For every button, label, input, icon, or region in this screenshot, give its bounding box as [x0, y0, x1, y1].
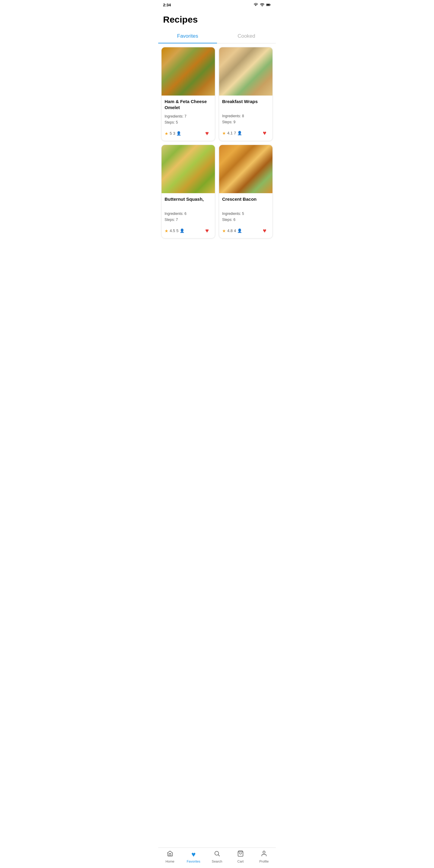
- recipe-image-4: [219, 145, 273, 193]
- steps-label-3: Steps:: [164, 218, 175, 222]
- recipe-card-2[interactable]: Breakfast Wraps Ingredients: 8 Steps: 9 …: [219, 47, 273, 141]
- review-count-3: 5: [176, 228, 179, 233]
- steps-label-4: Steps:: [222, 218, 232, 222]
- person-icon-2: 👤: [237, 131, 242, 135]
- rating-value-1: 5: [170, 131, 172, 135]
- recipe-title-2: Breakfast Wraps: [222, 98, 270, 110]
- star-icon-3: ★: [164, 228, 168, 233]
- recipe-card-3[interactable]: Butternut Squash, Ingredients: 6 Steps: …: [161, 145, 215, 239]
- recipe-footer-1: ★ 5 3 👤 ♥: [164, 129, 212, 138]
- status-icons: [253, 2, 271, 7]
- tabs-container: Favorites Cooked: [158, 30, 276, 43]
- person-icon-4: 👤: [237, 228, 242, 233]
- tab-cooked[interactable]: Cooked: [217, 30, 276, 43]
- status-bar: 2:34: [158, 0, 276, 8]
- recipe-rating-2: ★ 4.1 7 👤: [222, 131, 242, 135]
- rating-value-4: 4.8: [227, 228, 233, 233]
- star-icon-2: ★: [222, 131, 226, 135]
- steps-label-2: Steps:: [222, 120, 232, 124]
- person-icon-3: 👤: [180, 228, 184, 233]
- page-title: Recipes: [158, 8, 276, 30]
- recipe-title-1: Ham & Feta Cheese Omelet: [164, 98, 212, 110]
- recipe-rating-1: ★ 5 3 👤: [164, 131, 181, 136]
- recipe-image-2: [219, 47, 273, 96]
- recipe-title-3: Butternut Squash,: [164, 196, 212, 208]
- recipe-meta-4: Ingredients: 5 Steps: 6: [222, 211, 270, 223]
- recipe-meta-2: Ingredients: 8 Steps: 9: [222, 113, 270, 125]
- recipe-info-1: Ham & Feta Cheese Omelet Ingredients: 7 …: [161, 96, 215, 141]
- recipe-info-3: Butternut Squash, Ingredients: 6 Steps: …: [161, 193, 215, 238]
- recipe-image-3: [161, 145, 215, 193]
- recipe-rating-4: ★ 4.8 4 👤: [222, 228, 242, 233]
- recipe-image-1: [161, 47, 215, 96]
- favorite-button-2[interactable]: ♥: [260, 128, 270, 138]
- recipe-footer-4: ★ 4.8 4 👤 ♥: [222, 226, 270, 236]
- ingredients-label-2: Ingredients:: [222, 114, 241, 118]
- review-count-2: 7: [234, 131, 236, 135]
- rating-value-2: 4.1: [227, 131, 233, 135]
- person-icon-1: 👤: [176, 131, 181, 135]
- recipe-info-4: Crescent Bacon Ingredients: 5 Steps: 6 ★…: [219, 193, 273, 238]
- favorite-button-4[interactable]: ♥: [260, 226, 270, 236]
- ingredients-label-3: Ingredients:: [164, 212, 184, 216]
- tab-favorites[interactable]: Favorites: [158, 30, 217, 43]
- recipe-meta-3: Ingredients: 6 Steps: 7: [164, 211, 212, 223]
- rating-value-3: 4.5: [170, 228, 175, 233]
- favorite-button-1[interactable]: ♥: [202, 129, 212, 138]
- star-icon-1: ★: [164, 131, 168, 136]
- ingredients-label: Ingredients:: [164, 114, 184, 119]
- recipe-footer-2: ★ 4.1 7 👤 ♥: [222, 128, 270, 138]
- steps-label: Steps:: [164, 120, 175, 124]
- svg-rect-1: [267, 4, 270, 5]
- recipe-footer-3: ★ 4.5 5 👤 ♥: [164, 226, 212, 236]
- star-icon-4: ★: [222, 228, 226, 233]
- recipe-info-2: Breakfast Wraps Ingredients: 8 Steps: 9 …: [219, 96, 273, 141]
- recipe-grid: Ham & Feta Cheese Omelet Ingredients: 7 …: [158, 47, 276, 262]
- status-time: 2:34: [163, 3, 171, 7]
- review-count-4: 4: [234, 228, 236, 233]
- wifi-icon: [253, 2, 258, 7]
- recipe-meta-1: Ingredients: 7 Steps: 5: [164, 113, 212, 126]
- recipe-title-4: Crescent Bacon: [222, 196, 270, 208]
- recipe-card-4[interactable]: Crescent Bacon Ingredients: 5 Steps: 6 ★…: [219, 145, 273, 239]
- ingredients-label-4: Ingredients:: [222, 212, 241, 216]
- favorite-button-3[interactable]: ♥: [202, 226, 212, 236]
- recipe-card-1[interactable]: Ham & Feta Cheese Omelet Ingredients: 7 …: [161, 47, 215, 141]
- signal-icon: [260, 2, 265, 7]
- recipe-rating-3: ★ 4.5 5 👤: [164, 228, 184, 233]
- review-count-1: 3: [173, 131, 175, 135]
- battery-icon: [266, 2, 271, 7]
